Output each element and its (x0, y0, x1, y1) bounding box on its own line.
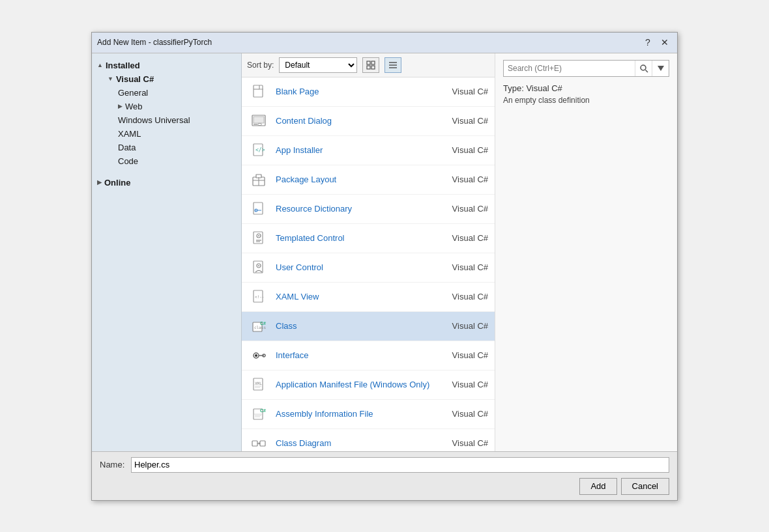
list-item[interactable]: Class Diagram Visual C# (242, 429, 495, 451)
list-item[interactable]: <!-- XAML View Visual C# (242, 283, 495, 312)
installed-label: Installed (106, 61, 140, 70)
center-panel: Sort by: Default Name Type (242, 53, 495, 451)
svg-point-21 (255, 210, 257, 211)
visual-cs-label: Visual C# (116, 74, 154, 84)
item-type: Visual C# (436, 87, 488, 96)
list-item[interactable]: Content Dialog Visual C# (242, 107, 495, 136)
svg-marker-59 (658, 66, 664, 71)
svg-text:</>: </> (255, 147, 265, 153)
title-buttons: ? ✕ (641, 35, 672, 49)
assembly-info-icon: C# (248, 404, 269, 425)
list-view-button[interactable] (384, 57, 401, 73)
windows-universal-label: Windows Universal (118, 115, 190, 125)
xaml-label: XAML (118, 129, 141, 139)
items-list[interactable]: Blank Page Visual C# Content Dialog Visu… (242, 77, 495, 451)
cancel-button[interactable]: Cancel (621, 478, 669, 495)
grid-view-icon (366, 61, 375, 70)
user-control-icon (248, 257, 269, 278)
list-item[interactable]: Blank Page Visual C# (242, 77, 495, 107)
chevron-down-icon (658, 66, 664, 71)
sidebar-item-web[interactable]: ▶ Web (92, 100, 241, 113)
list-item[interactable]: C# Assembly Information File Visual C# (242, 400, 495, 429)
close-button[interactable]: ✕ (658, 35, 672, 49)
sidebar-item-xaml[interactable]: XAML (92, 127, 241, 141)
svg-point-37 (255, 354, 257, 357)
list-item[interactable]: Resource Dictionary Visual C# (242, 195, 495, 224)
blank-page-icon (248, 81, 269, 102)
list-item[interactable]: C#class Class Visual C# (242, 312, 495, 341)
sidebar-item-code[interactable]: Code (92, 154, 241, 168)
item-type: Visual C# (436, 145, 488, 155)
sort-label: Sort by: (247, 61, 274, 70)
class-icon: C#class (248, 316, 269, 337)
svg-text:C#: C# (260, 408, 266, 413)
item-name: Resource Dictionary (276, 204, 436, 214)
list-item[interactable]: </> App Installer Visual C# (242, 136, 495, 165)
item-name: XAML View (276, 292, 436, 301)
item-type: Visual C# (436, 350, 488, 360)
item-name: Class (276, 321, 436, 331)
list-item[interactable]: Templated Control Visual C# (242, 224, 495, 253)
svg-rect-7 (254, 85, 263, 97)
item-type: Visual C# (436, 233, 488, 243)
item-name: Content Dialog (276, 116, 436, 126)
sidebar-item-data[interactable]: Data (92, 141, 241, 154)
list-item[interactable]: Interface Visual C# (242, 341, 495, 371)
main-content: ▲ Installed ▼ Visual C# General ▶ Web Wi… (92, 53, 677, 451)
item-type: Visual C# (436, 380, 488, 389)
visual-cs-chevron: ▼ (108, 76, 113, 82)
item-type: Visual C# (436, 409, 488, 419)
svg-point-57 (641, 65, 646, 70)
list-item[interactable]: XML Application Manifest File (Windows O… (242, 371, 495, 400)
item-name: App Installer (276, 145, 436, 155)
sidebar-item-installed[interactable]: ▲ Installed (92, 59, 241, 72)
sort-select[interactable]: Default Name Type (279, 57, 357, 73)
item-name: Templated Control (276, 233, 436, 243)
online-label: Online (104, 178, 130, 188)
name-input[interactable] (131, 457, 669, 473)
grid-view-button[interactable] (362, 57, 379, 73)
app-installer-icon: </> (248, 140, 269, 161)
item-type: Visual C# (436, 438, 488, 448)
svg-rect-0 (367, 61, 370, 64)
item-type: Visual C# (436, 292, 488, 301)
sidebar-item-visual-cs[interactable]: ▼ Visual C# (92, 72, 241, 86)
item-name: Class Diagram (276, 438, 436, 448)
sidebar-item-general[interactable]: General (92, 86, 241, 100)
svg-rect-49 (252, 441, 257, 446)
package-layout-icon (248, 169, 269, 190)
list-item[interactable]: Package Layout Visual C# (242, 165, 495, 195)
code-label: Code (118, 156, 138, 166)
svg-text:<!--: <!-- (255, 294, 264, 299)
search-input[interactable] (504, 64, 635, 73)
sidebar-item-online[interactable]: ▶ Online (92, 176, 241, 189)
name-row: Name: (100, 457, 669, 473)
online-chevron: ▶ (97, 179, 102, 186)
type-value: Visual C# (526, 83, 562, 93)
resource-dictionary-icon (248, 199, 269, 219)
help-button[interactable]: ? (641, 35, 655, 49)
sidebar-item-windows-universal[interactable]: Windows Universal (92, 113, 241, 127)
add-button[interactable]: Add (579, 478, 617, 495)
svg-point-25 (258, 235, 259, 236)
search-bar (503, 60, 669, 77)
item-name: Interface (276, 350, 436, 360)
search-button[interactable] (635, 61, 652, 76)
svg-rect-12 (258, 123, 261, 125)
item-name: Package Layout (276, 175, 436, 184)
type-info: Type: Visual C# An empty class definitio… (503, 83, 669, 105)
svg-rect-10 (254, 117, 264, 123)
svg-rect-19 (254, 203, 263, 214)
item-type: Visual C# (436, 116, 488, 126)
bottom-section: Name: Add Cancel (92, 451, 677, 500)
svg-rect-1 (371, 61, 375, 64)
search-dropdown-button[interactable] (652, 61, 669, 76)
item-name: Assembly Information File (276, 409, 436, 419)
item-type: Visual C# (436, 204, 488, 214)
list-item[interactable]: User Control Visual C# (242, 253, 495, 283)
svg-line-58 (645, 70, 648, 72)
item-name: Blank Page (276, 87, 436, 96)
installed-chevron: ▲ (97, 62, 103, 68)
svg-rect-50 (260, 441, 265, 446)
sidebar: ▲ Installed ▼ Visual C# General ▶ Web Wi… (92, 53, 242, 451)
